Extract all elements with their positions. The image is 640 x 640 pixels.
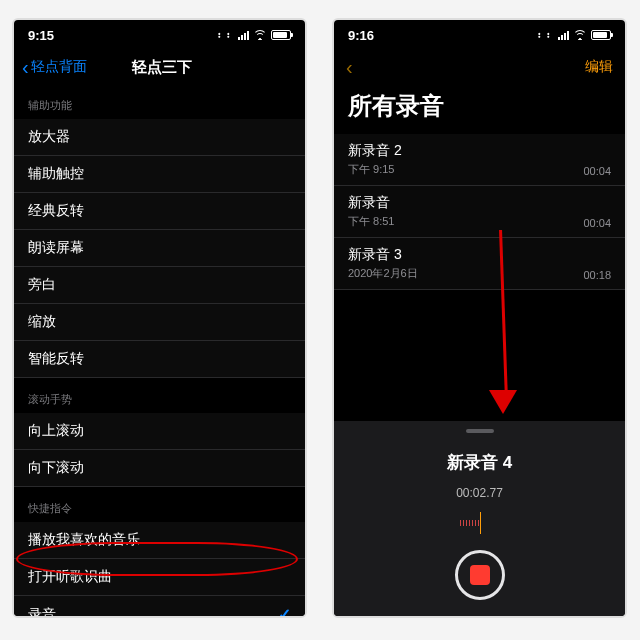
wifi-icon: [573, 30, 587, 40]
waveform[interactable]: [334, 514, 625, 532]
checkmark-icon: ✓: [278, 605, 291, 618]
page-title: 轻点三下: [27, 58, 297, 77]
option-smart-invert[interactable]: 智能反转: [14, 341, 305, 378]
section-header-shortcuts: 快捷指令: [14, 487, 305, 522]
recording-duration: 00:04: [583, 217, 611, 229]
battery-icon: [271, 30, 291, 40]
recording-name: 新录音 2: [348, 142, 402, 160]
recording-date: 下午 8:51: [348, 214, 394, 229]
recording-name: 新录音 3: [348, 246, 418, 264]
current-recording-name: 新录音 4: [447, 451, 512, 474]
option-assistive-touch[interactable]: 辅助触控: [14, 156, 305, 193]
drag-handle[interactable]: [466, 429, 494, 433]
section-header-scroll: 滚动手势: [14, 378, 305, 413]
option-voiceover[interactable]: 旁白: [14, 267, 305, 304]
nav-bar: ‹ 轻点背面 轻点三下: [14, 50, 305, 84]
option-speak-screen[interactable]: 朗读屏幕: [14, 230, 305, 267]
signal-icon: [238, 30, 249, 40]
page-title: 所有录音: [334, 84, 625, 134]
settings-screen: 9:15 ᛬᛬ ‹ 轻点背面 轻点三下 辅助功能 放大器 辅助触控 经典反转 朗…: [12, 18, 307, 618]
option-play-favorite-music[interactable]: 播放我喜欢的音乐: [14, 522, 305, 559]
option-scroll-up[interactable]: 向上滚动: [14, 413, 305, 450]
option-zoom[interactable]: 缩放: [14, 304, 305, 341]
recording-duration: 00:18: [583, 269, 611, 281]
recording-row[interactable]: 新录音 3 2020年2月6日 00:18: [334, 238, 625, 290]
recording-row[interactable]: 新录音 2 下午 9:15 00:04: [334, 134, 625, 186]
stop-icon: [470, 565, 490, 585]
voice-memos-screen: 9:16 ᛬᛬ ‹ 编辑 所有录音 新录音 2 下午 9:15 00:04 新录…: [332, 18, 627, 618]
signal-icon: [558, 30, 569, 40]
battery-icon: [591, 30, 611, 40]
recording-duration: 00:04: [583, 165, 611, 177]
option-record-audio[interactable]: 录音 ✓: [14, 596, 305, 618]
status-bar: 9:16 ᛬᛬: [334, 20, 625, 50]
status-bar: 9:15 ᛬᛬: [14, 20, 305, 50]
recording-date: 下午 9:15: [348, 162, 402, 177]
cellular-icon: ᛬᛬: [216, 29, 234, 41]
recording-panel: 新录音 4 00:02.77: [334, 421, 625, 616]
current-recording-time: 00:02.77: [456, 486, 503, 500]
recording-name: 新录音: [348, 194, 394, 212]
section-header-accessibility: 辅助功能: [14, 84, 305, 119]
back-button[interactable]: ‹: [346, 56, 353, 79]
edit-button[interactable]: 编辑: [585, 58, 613, 76]
cellular-icon: ᛬᛬: [536, 29, 554, 41]
option-scroll-down[interactable]: 向下滚动: [14, 450, 305, 487]
option-classic-invert[interactable]: 经典反转: [14, 193, 305, 230]
wifi-icon: [253, 30, 267, 40]
option-open-song-id[interactable]: 打开听歌识曲: [14, 559, 305, 596]
option-magnifier[interactable]: 放大器: [14, 119, 305, 156]
status-time: 9:15: [28, 28, 54, 43]
stop-record-button[interactable]: [455, 550, 505, 600]
nav-bar: ‹ 编辑: [334, 50, 625, 84]
status-time: 9:16: [348, 28, 374, 43]
recording-row[interactable]: 新录音 下午 8:51 00:04: [334, 186, 625, 238]
recording-date: 2020年2月6日: [348, 266, 418, 281]
